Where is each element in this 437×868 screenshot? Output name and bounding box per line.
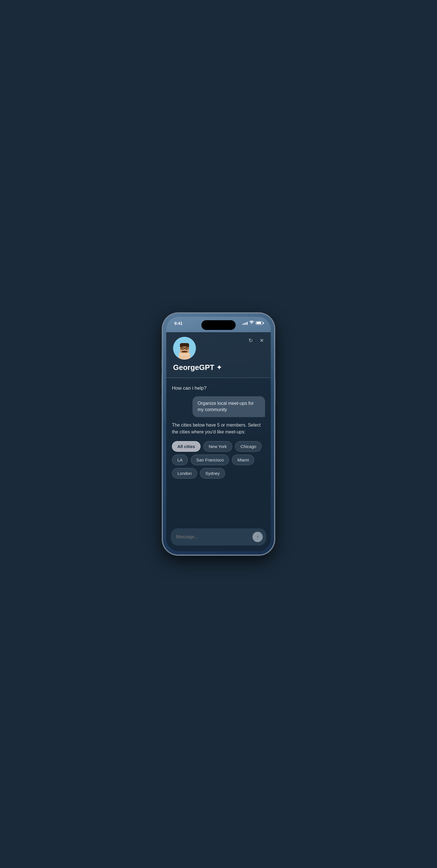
bot-response: The cities below have 5 or members. Sele… <box>172 422 265 435</box>
send-button[interactable]: ↑ <box>253 532 263 542</box>
svg-rect-6 <box>188 345 189 347</box>
city-chip-new-york[interactable]: New York <box>203 441 232 452</box>
city-chip-london[interactable]: London <box>172 468 197 478</box>
close-button[interactable]: ✕ <box>259 337 265 344</box>
svg-rect-5 <box>180 345 182 347</box>
svg-rect-13 <box>182 351 188 352</box>
bot-greeting: How can i help? <box>172 385 265 392</box>
message-input[interactable] <box>176 534 249 539</box>
svg-rect-12 <box>184 350 185 351</box>
message-input-area: ↑ <box>166 525 271 551</box>
city-chip-sydney[interactable]: Sydney <box>200 468 225 478</box>
phone-frame: 9:41 <box>163 313 274 555</box>
app-content: ↻ ✕ <box>166 332 271 551</box>
svg-point-11 <box>186 348 187 349</box>
signal-icon <box>242 321 248 325</box>
dynamic-island <box>201 320 236 330</box>
side-button-power <box>274 379 275 402</box>
user-message-text: Organize local meet-ups for my community <box>198 401 254 412</box>
message-input-container: ↑ <box>171 528 266 546</box>
side-button-mute <box>162 359 163 368</box>
city-chip-san-francisco[interactable]: San Francisco <box>191 455 229 465</box>
user-message-bubble: Organize local meet-ups for my community <box>193 396 265 417</box>
chat-area: How can i help? Organize local meet-ups … <box>166 378 271 525</box>
refresh-button[interactable]: ↻ <box>247 337 254 344</box>
side-button-volume-up <box>162 373 163 391</box>
city-chip-miami[interactable]: Miami <box>232 455 254 465</box>
agent-name: GeorgeGPT <box>173 363 214 372</box>
agent-name-container: GeorgeGPT ✦ <box>173 363 264 372</box>
status-icons <box>242 321 263 325</box>
city-chips-container: All cities New York Chicago LA San Franc… <box>172 440 265 478</box>
avatar <box>173 337 196 360</box>
status-time: 9:41 <box>174 321 182 326</box>
app-header: ↻ ✕ <box>166 332 271 378</box>
wifi-icon <box>249 321 254 325</box>
battery-icon <box>256 321 263 325</box>
svg-rect-9 <box>184 348 185 348</box>
city-chip-all-cities[interactable]: All cities <box>172 441 201 452</box>
city-chip-chicago[interactable]: Chicago <box>235 441 262 452</box>
svg-point-10 <box>182 348 183 349</box>
city-chip-la[interactable]: LA <box>172 455 188 465</box>
sparkle-icon: ✦ <box>216 364 222 371</box>
side-button-volume-down <box>162 394 163 410</box>
header-actions: ↻ ✕ <box>247 337 265 344</box>
phone-screen: 9:41 <box>166 317 271 551</box>
